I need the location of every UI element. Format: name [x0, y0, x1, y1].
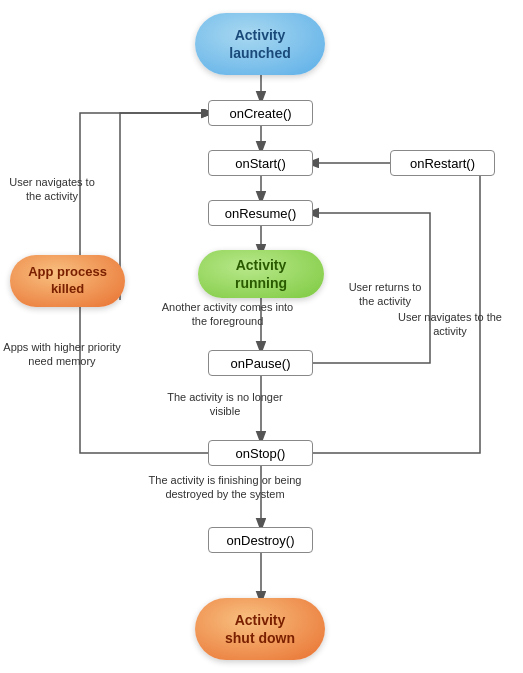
on-create-node: onCreate() — [208, 100, 313, 126]
user-returns-label: User returns to the activity — [340, 280, 430, 309]
activity-shutdown-label: Activity shut down — [225, 611, 295, 647]
on-stop-label: onStop() — [236, 446, 286, 461]
activity-running-node: Activity running — [198, 250, 324, 298]
on-start-node: onStart() — [208, 150, 313, 176]
on-destroy-node: onDestroy() — [208, 527, 313, 553]
activity-shutdown-node: Activity shut down — [195, 598, 325, 660]
app-process-killed-label: App process killed — [28, 264, 107, 298]
on-resume-node: onResume() — [208, 200, 313, 226]
on-start-label: onStart() — [235, 156, 286, 171]
activity-running-label: Activity running — [235, 256, 287, 292]
on-restart-node: onRestart() — [390, 150, 495, 176]
app-process-killed-node: App process killed — [10, 255, 125, 307]
on-pause-node: onPause() — [208, 350, 313, 376]
on-stop-node: onStop() — [208, 440, 313, 466]
on-pause-label: onPause() — [231, 356, 291, 371]
on-create-label: onCreate() — [229, 106, 291, 121]
on-destroy-label: onDestroy() — [227, 533, 295, 548]
apps-priority-label: Apps with higher priority need memory — [2, 340, 122, 369]
user-navigates-label: User navigates to the activity — [395, 310, 505, 339]
another-activity-label: Another activity comes into the foregrou… — [155, 300, 300, 329]
diagram: Activity launched onCreate() onStart() o… — [0, 0, 523, 673]
activity-launched-label: Activity launched — [229, 26, 290, 62]
on-restart-label: onRestart() — [410, 156, 475, 171]
activity-launched-node: Activity launched — [195, 13, 325, 75]
on-resume-label: onResume() — [225, 206, 297, 221]
user-navigates-left-label: User navigates to the activity — [2, 175, 102, 204]
no-longer-visible-label: The activity is no longer visible — [155, 390, 295, 419]
finishing-label: The activity is finishing or being destr… — [140, 473, 310, 502]
